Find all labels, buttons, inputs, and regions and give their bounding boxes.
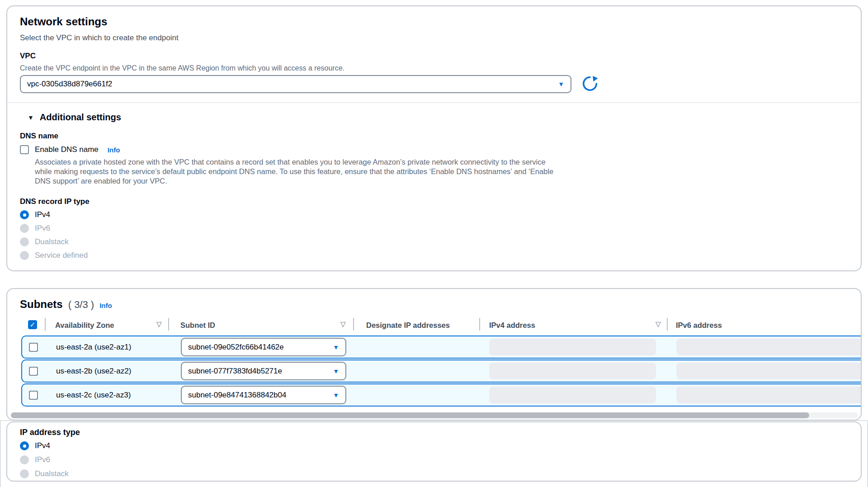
availability-zone-cell: us-east-2b (use2-az2): [56, 360, 131, 382]
additional-settings-expander[interactable]: ▼ Additional settings: [28, 112, 121, 123]
enable-dns-name-checkbox[interactable]: [20, 145, 29, 154]
enable-dns-name-row: Enable DNS name Info: [20, 145, 120, 154]
additional-settings-title: Additional settings: [40, 112, 121, 123]
column-divider: [667, 318, 668, 331]
ipv6-address-input-disabled: [676, 363, 862, 379]
column-divider: [353, 318, 354, 331]
radio-option-dualstack: Dualstack: [20, 469, 69, 478]
designate-ip-checkbox[interactable]: [29, 391, 38, 400]
ip-address-type-card: IP address type IPv4 IPv6 Dualstack: [6, 421, 862, 482]
dns-name-label: DNS name: [20, 132, 58, 141]
radio-disabled-icon: [20, 469, 29, 478]
subnet-table-row: ✓ us-east-2b (use2-az2) subnet-077f7383f…: [21, 359, 862, 383]
column-header-subnet-id[interactable]: Subnet ID: [180, 321, 215, 330]
chevron-down-icon: ▼: [333, 368, 339, 374]
dns-description-line: Associates a private hosted zone with th…: [35, 157, 553, 167]
designate-ip-checkbox[interactable]: [29, 343, 38, 352]
radio-selected-icon[interactable]: [20, 441, 29, 450]
radio-option-ipv6: IPv6: [20, 455, 69, 464]
radio-option-ipv6: IPv6: [20, 224, 88, 233]
sort-icon[interactable]: ▽: [340, 320, 346, 328]
dns-description-line: DNS support’ are enabled for your VPC.: [35, 176, 553, 186]
horizontal-scrollbar-thumb[interactable]: [11, 412, 809, 418]
vpc-select-value: vpc-0305d38d879e661f2: [27, 80, 112, 89]
subnets-title: Subnets: [20, 298, 63, 311]
radio-option-ipv4[interactable]: IPv4: [20, 441, 69, 450]
vpc-label: VPC: [20, 52, 36, 61]
ipv4-address-input-disabled: [489, 339, 656, 355]
column-divider: [168, 318, 169, 331]
dns-name-info-link[interactable]: Info: [108, 146, 120, 154]
availability-zone-cell: us-east-2a (use2-az1): [56, 336, 131, 358]
radio-option-label: IPv4: [35, 441, 50, 450]
radio-disabled-icon: [20, 237, 29, 246]
subnet-id-value: subnet-09e052fc66b41462e: [188, 343, 284, 352]
subnet-table-row: ✓ us-east-2a (use2-az1) subnet-09e052fc6…: [21, 336, 862, 359]
dns-description-line: while making requests to the service’s d…: [35, 167, 553, 176]
page-title: Network settings: [20, 15, 107, 28]
chevron-down-icon: ▼: [333, 392, 339, 398]
column-divider: [479, 318, 480, 331]
network-settings-card: Network settings Select the VPC in which…: [6, 5, 862, 271]
enable-dns-name-label: Enable DNS name: [35, 145, 99, 154]
chevron-down-icon: ▼: [333, 344, 339, 350]
radio-option-label: IPv6: [35, 224, 50, 233]
column-divider: [45, 318, 46, 331]
radio-option-dualstack: Dualstack: [20, 237, 88, 246]
subnet-table-row: ✓ us-east-2c (use2-az3) subnet-09e847413…: [21, 383, 862, 407]
subnet-id-value: subnet-09e84741368842b04: [188, 391, 286, 400]
column-header-availability-zone[interactable]: Availability Zone: [55, 321, 114, 330]
radio-selected-icon[interactable]: [20, 210, 29, 219]
column-header-designate-ip: Designate IP addresses: [366, 321, 450, 330]
availability-zone-cell: us-east-2c (use2-az3): [56, 384, 131, 406]
subnet-id-select[interactable]: subnet-09e84741368842b04 ▼: [181, 386, 346, 404]
column-header-ipv4-address[interactable]: IPv4 address: [489, 321, 535, 330]
ipv4-address-input-disabled: [489, 387, 656, 403]
vpc-select[interactable]: vpc-0305d38d879e661f2 ▼: [20, 75, 571, 93]
radio-disabled-icon: [20, 251, 29, 260]
subnet-id-select[interactable]: subnet-077f7383fd4b5271e ▼: [181, 362, 346, 380]
horizontal-scrollbar-track: [11, 412, 858, 418]
radio-option-label: IPv4: [35, 210, 50, 219]
section-subtitle: Select the VPC in which to create the en…: [20, 33, 179, 43]
chevron-down-icon: ▼: [558, 81, 564, 87]
ip-address-type-group: IPv4 IPv6 Dualstack: [20, 441, 69, 483]
vpc-description: Create the VPC endpoint in the VPC in th…: [20, 63, 344, 73]
refresh-icon: [581, 75, 599, 94]
dns-name-description: Associates a private hosted zone with th…: [35, 157, 553, 186]
radio-disabled-icon: [20, 455, 29, 464]
radio-option-label: Dualstack: [35, 469, 69, 478]
ipv6-address-input-disabled: [676, 339, 862, 355]
divider: [8, 102, 860, 103]
ip-address-type-label: IP address type: [20, 428, 80, 437]
subnet-id-value: subnet-077f7383fd4b5271e: [188, 367, 282, 376]
radio-option-label: Dualstack: [35, 237, 69, 246]
ipv4-address-input-disabled: [489, 363, 656, 379]
select-all-checkbox[interactable]: ✓: [28, 320, 37, 329]
caret-down-icon: ▼: [28, 114, 34, 121]
dns-record-ip-type-group: IPv4 IPv6 Dualstack Service defined: [20, 210, 88, 265]
radio-option-label: Service defined: [35, 251, 88, 260]
vpc-endpoint-form: Network settings Select the VPC in which…: [0, 0, 868, 487]
radio-option-ipv4[interactable]: IPv4: [20, 210, 88, 219]
radio-option-label: IPv6: [35, 455, 50, 464]
designate-ip-checkbox[interactable]: [29, 367, 38, 376]
sort-icon[interactable]: ▽: [156, 320, 162, 328]
subnets-card: Subnets ( 3/3 ) Info ✓ Availability Zone…: [6, 288, 862, 421]
column-header-ipv6-address: IPv6 address: [676, 321, 722, 330]
dns-record-ip-type-label: DNS record IP type: [20, 197, 90, 206]
refresh-button[interactable]: [581, 75, 599, 93]
radio-disabled-icon: [20, 224, 29, 233]
subnets-title-row: Subnets ( 3/3 ) Info: [20, 298, 112, 311]
subnet-id-select[interactable]: subnet-09e052fc66b41462e ▼: [181, 338, 346, 356]
radio-option-service-defined: Service defined: [20, 251, 88, 260]
sort-icon[interactable]: ▽: [656, 320, 661, 328]
subnets-counter: ( 3/3 ): [68, 299, 94, 311]
subnets-info-link[interactable]: Info: [99, 302, 112, 309]
section-edge-left: [0, 420, 1, 487]
ipv6-address-input-disabled: [676, 387, 862, 403]
